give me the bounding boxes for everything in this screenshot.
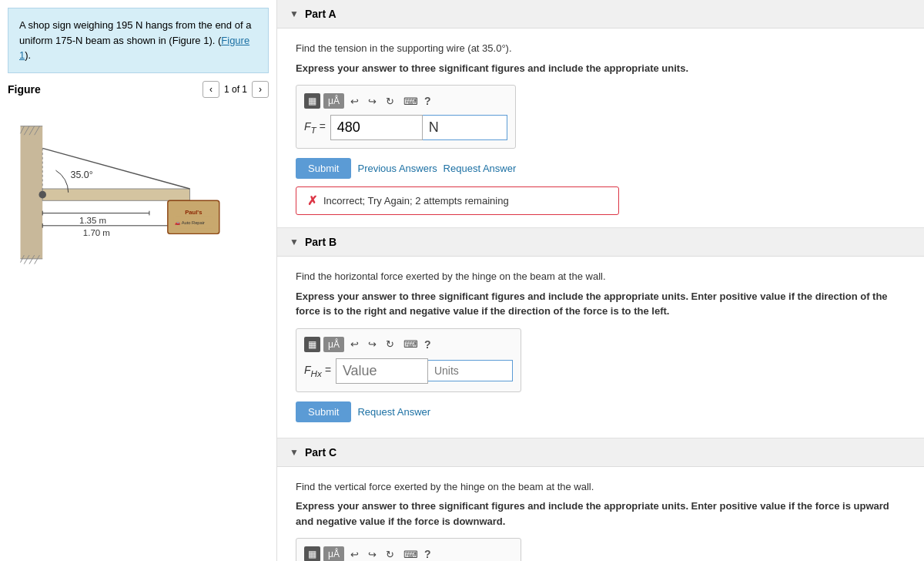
prev-figure-button[interactable]: ‹ [203, 81, 219, 98]
help-icon-c[interactable]: ? [424, 548, 431, 560]
part-a-request-answer-link[interactable]: Request Answer [444, 163, 517, 174]
part-a-feedback-text: Incorrect; Try Again; 2 attempts remaini… [323, 195, 509, 207]
part-b-label: Part B [305, 236, 336, 248]
matrix-icon-b: ▦ [308, 339, 316, 350]
part-b-toolbar: ▦ μÅ ↩ ↪ ↻ ⌨ ? [304, 337, 513, 352]
part-c-instruction: Express your answer to three significant… [296, 499, 906, 529]
left-panel: A shop sign weighing 195 N hangs from th… [0, 0, 277, 561]
part-a-section: ▼ Part A Find the tension in the support… [277, 0, 924, 228]
part-c-section: ▼ Part C Find the vertical force exerted… [277, 438, 924, 562]
figure-page-info: 1 of 1 [224, 84, 247, 95]
wire [42, 148, 189, 189]
matrix-icon-c: ▦ [308, 549, 316, 559]
help-icon-b[interactable]: ? [424, 338, 431, 351]
undo-button-c[interactable]: ↩ [347, 547, 362, 562]
undo-button-a[interactable]: ↩ [347, 94, 362, 109]
mu-label-a: μÅ [328, 96, 340, 106]
part-a-instruction: Express your answer to three significant… [296, 61, 906, 76]
part-a-submit-button[interactable]: Submit [296, 158, 351, 179]
incorrect-icon: ✗ [307, 193, 317, 208]
part-a-actions: Submit Previous Answers Request Answer [296, 158, 906, 179]
part-a-feedback: ✗ Incorrect; Try Again; 2 attempts remai… [296, 186, 619, 215]
part-b-question: Find the horizontal force exerted by the… [296, 269, 906, 284]
undo-button-b[interactable]: ↩ [347, 337, 362, 351]
part-b-eq-label: FHx = [304, 364, 331, 378]
part-b-content: Find the horizontal force exerted by the… [277, 257, 924, 438]
next-figure-button[interactable]: › [252, 81, 269, 98]
part-a-input-area: ▦ μÅ ↩ ↪ ↻ ⌨ ? FT = [296, 85, 516, 149]
matrix-button-c[interactable]: ▦ [304, 546, 320, 561]
part-c-question: Find the vertical force exerted by the h… [296, 479, 906, 495]
redo-button-b[interactable]: ↪ [365, 337, 380, 351]
part-b-units-input[interactable] [428, 360, 513, 381]
wall [21, 126, 43, 258]
part-a-label: Part A [305, 8, 336, 20]
mu-button-c[interactable]: μÅ [323, 546, 344, 561]
right-panel: ▼ Part A Find the tension in the support… [277, 0, 924, 561]
redo-button-a[interactable]: ↪ [365, 94, 380, 109]
part-b-section: ▼ Part B Find the horizontal force exert… [277, 228, 924, 438]
help-icon-a[interactable]: ? [424, 95, 431, 107]
part-b-submit-button[interactable]: Submit [296, 401, 351, 422]
part-a-arrow[interactable]: ▼ [290, 8, 299, 19]
part-c-input-area: ▦ μÅ ↩ ↪ ↻ ⌨ ? FHy = [296, 538, 521, 561]
figure-area: Figure ‹ 1 of 1 › [0, 73, 276, 562]
part-b-actions: Submit Request Answer [296, 401, 906, 422]
dim2-label: 1.70 m [83, 228, 110, 237]
mu-button-b[interactable]: μÅ [323, 337, 344, 352]
part-c-content: Find the vertical force exerted by the h… [277, 467, 924, 562]
part-b-request-answer-link[interactable]: Request Answer [357, 406, 430, 418]
refresh-button-a[interactable]: ↻ [383, 94, 397, 109]
refresh-button-c[interactable]: ↻ [383, 547, 397, 562]
part-a-header: ▼ Part A [277, 0, 924, 29]
part-a-content: Find the tension in the supporting wire … [277, 29, 924, 227]
part-c-label: Part C [305, 446, 336, 459]
part-a-prev-answers-link[interactable]: Previous Answers [357, 163, 437, 174]
part-c-arrow[interactable]: ▼ [290, 447, 299, 458]
part-a-question: Find the tension in the supporting wire … [296, 41, 906, 56]
figure-header: Figure ‹ 1 of 1 › [8, 81, 269, 98]
hinge [38, 190, 46, 198]
matrix-icon-a: ▦ [308, 96, 316, 106]
part-b-header: ▼ Part B [277, 228, 924, 257]
sign-text1: Paul's [185, 209, 202, 216]
figure-nav: ‹ 1 of 1 › [203, 81, 269, 98]
matrix-button-b[interactable]: ▦ [304, 337, 320, 352]
part-b-equation: FHx = [304, 358, 513, 384]
problem-text: A shop sign weighing 195 N hangs from th… [19, 19, 251, 46]
part-a-toolbar: ▦ μÅ ↩ ↪ ↻ ⌨ ? [304, 93, 507, 109]
part-b-input-area: ▦ μÅ ↩ ↪ ↻ ⌨ ? FHx = [296, 328, 521, 392]
sign-text2: 🚗 Auto Repair [175, 219, 205, 225]
part-a-units-input[interactable] [423, 115, 507, 140]
problem-statement: A shop sign weighing 195 N hangs from th… [8, 8, 269, 73]
keyboard-button-b[interactable]: ⌨ [400, 337, 421, 351]
redo-button-c[interactable]: ↪ [365, 547, 380, 562]
keyboard-button-c[interactable]: ⌨ [400, 547, 421, 562]
dim1-label: 1.35 m [79, 215, 106, 224]
part-c-toolbar: ▦ μÅ ↩ ↪ ↻ ⌨ ? [304, 546, 513, 561]
beam [42, 189, 189, 200]
mu-label-c: μÅ [328, 549, 340, 559]
mu-label-b: μÅ [328, 339, 340, 350]
part-b-value-input[interactable] [336, 358, 428, 384]
part-b-arrow[interactable]: ▼ [290, 237, 299, 247]
part-b-instruction: Express your answer to three significant… [296, 289, 906, 319]
keyboard-button-a[interactable]: ⌨ [400, 94, 421, 109]
mu-button-a[interactable]: μÅ [323, 93, 344, 109]
part-a-value-input[interactable] [330, 115, 423, 140]
figure-title: Figure [8, 83, 41, 96]
figure-image: 35.0° 1.35 m 1.70 m Paul's 🚗 Auto Repair [15, 104, 246, 274]
part-a-eq-label: FT = [304, 120, 326, 135]
figure-svg: 35.0° 1.35 m 1.70 m Paul's 🚗 Auto Repair [15, 104, 246, 274]
part-a-equation: FT = [304, 115, 507, 140]
matrix-button-a[interactable]: ▦ [304, 93, 320, 109]
angle-label: 35.0° [71, 169, 93, 180]
refresh-button-b[interactable]: ↻ [383, 337, 397, 351]
part-c-header: ▼ Part C [277, 438, 924, 467]
